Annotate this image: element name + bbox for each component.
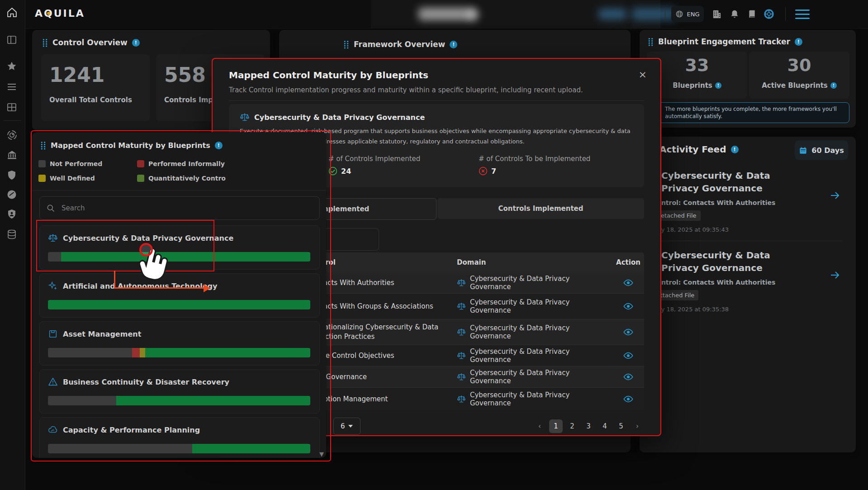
topbar-divider-2 [785,7,786,21]
drag-handle-icon[interactable] [648,38,654,46]
page-button-3[interactable]: 3 [582,419,595,433]
cell-control: Exception Management [308,395,457,404]
sidebar-database-icon[interactable] [6,229,17,240]
maturity-bar[interactable] [48,300,310,309]
page-size-select[interactable]: 6 [333,418,360,435]
info-icon[interactable] [731,146,739,153]
info-icon[interactable] [830,82,837,89]
organization-icon[interactable] [711,9,722,19]
cell-control: Operationalizing Cybersecurity & Data Pr… [308,323,457,342]
info-icon[interactable] [132,39,140,47]
info-icon[interactable] [450,41,457,48]
language-label: ENG [687,11,699,18]
cell-domain: Cybersecurity & Data Privacy Governance [470,275,612,291]
annotation-arrow-head [204,284,210,292]
sidebar [0,0,25,490]
page-button-1[interactable]: 1 [549,419,563,433]
chevron-down-icon [348,425,353,428]
header-domain[interactable]: Domain [457,258,612,266]
page-button-2[interactable]: 2 [565,419,579,433]
widget-search-input[interactable] [61,204,313,213]
range-60-days-button[interactable]: 60 Days [795,140,848,160]
click-ring [140,244,152,256]
redacted-blue-blob-1 [598,9,626,19]
close-icon[interactable]: × [639,69,647,80]
blueprint-info-banner: The more blueprints you complete, the mo… [647,102,849,123]
modal-divider [229,100,644,101]
view-eye-icon[interactable] [623,327,633,337]
legend-label: Quantitatively Contro [148,175,226,182]
sidebar-target-icon[interactable] [6,129,18,141]
menu-toggle-button[interactable] [795,10,810,22]
widget-search[interactable] [39,196,320,220]
card-title: Activity Feed [659,144,726,155]
sidebar-home-icon[interactable] [6,7,18,18]
topbar-divider [665,7,665,21]
view-eye-icon[interactable] [623,351,633,361]
sidebar-dashboard-grid-icon[interactable] [6,102,17,113]
drag-handle-icon[interactable] [343,40,349,49]
legend-swatch [137,175,144,182]
open-activity-arrow-icon[interactable] [830,270,840,281]
header-action[interactable]: Action [612,258,644,266]
sidebar-identity-shield-icon[interactable] [6,209,17,219]
info-icon[interactable] [215,142,223,149]
header-control[interactable]: Control [308,258,457,267]
stat-label: # of Controls To be Implemented [479,155,590,163]
drag-handle-icon[interactable] [40,141,46,150]
help-buoy-icon[interactable] [764,9,774,19]
info-icon[interactable] [715,82,721,89]
page-button-5[interactable]: 5 [614,419,628,433]
blueprint-item-label: Business Continuity & Disaster Recovery [63,378,229,386]
prev-page-button[interactable]: ‹ [533,419,546,433]
scales-icon [48,233,58,243]
scales-icon [457,302,466,311]
blueprint-item-business-continuity[interactable]: Business Continuity & Disaster Recovery [39,369,320,414]
next-page-button[interactable]: › [631,419,644,433]
cross-circle-icon [479,167,488,176]
cell-control: Data Governance [308,372,457,382]
annotation-arrow-vertical [114,271,115,289]
maturity-bar[interactable] [48,348,310,357]
page-button-4[interactable]: 4 [598,419,612,433]
cell-domain: Cybersecurity & Data Privacy Governance [470,369,612,385]
maturity-bar[interactable] [48,444,310,453]
info-icon[interactable] [795,38,802,46]
gauge-cloud-icon [48,425,58,435]
tab-controls-implemented[interactable]: Controls Implemented [437,198,644,219]
legend-well-defined: Well Defined [38,175,95,182]
activity-item-control: Control: Contacts With Authorities [652,199,775,206]
cell-control: Contacts With Authorities [308,278,457,288]
notifications-bell-icon[interactable] [730,9,740,19]
sidebar-panels-icon[interactable] [6,34,17,45]
drag-handle-icon[interactable] [42,38,48,47]
sidebar-gauge-icon[interactable] [6,189,17,200]
view-eye-icon[interactable] [623,394,633,404]
sidebar-list-menu-icon[interactable] [6,81,17,92]
view-eye-icon[interactable] [623,301,633,311]
maturity-bar[interactable] [48,396,310,405]
blueprint-item-capacity-planning[interactable]: Capacity & Performance Planning [39,417,320,458]
sidebar-institution-icon[interactable] [6,149,18,161]
language-selector[interactable]: ENG [671,6,704,22]
open-activity-arrow-icon[interactable] [830,190,840,201]
range-label: 60 Days [811,146,844,155]
blueprint-item-asset-management[interactable]: Asset Management [39,321,320,366]
scroll-down-chevron-icon[interactable]: ▼ [319,451,324,457]
view-eye-icon[interactable] [623,278,633,288]
scales-icon [457,278,466,287]
card-title: Control Overview [52,38,128,47]
box-icon [48,329,58,339]
view-eye-icon[interactable] [623,372,633,382]
app-logo[interactable]: AQUILAAQUILA [35,8,85,19]
legend-label: Not Performed [50,160,102,167]
docs-book-icon[interactable] [747,10,757,19]
redacted-blue-blob-2 [632,8,676,20]
sidebar-shield-icon[interactable] [6,170,17,181]
legend-performed-informally: Performed Informally [137,160,225,167]
sidebar-favorites-star-icon[interactable] [6,61,17,71]
click-hand-cursor-icon [132,235,182,290]
stat-label: # of Controls Implemented [328,155,420,163]
mapped-maturity-widget: Mapped Control Maturity by Blueprints No… [32,132,326,458]
search-icon [46,204,55,213]
